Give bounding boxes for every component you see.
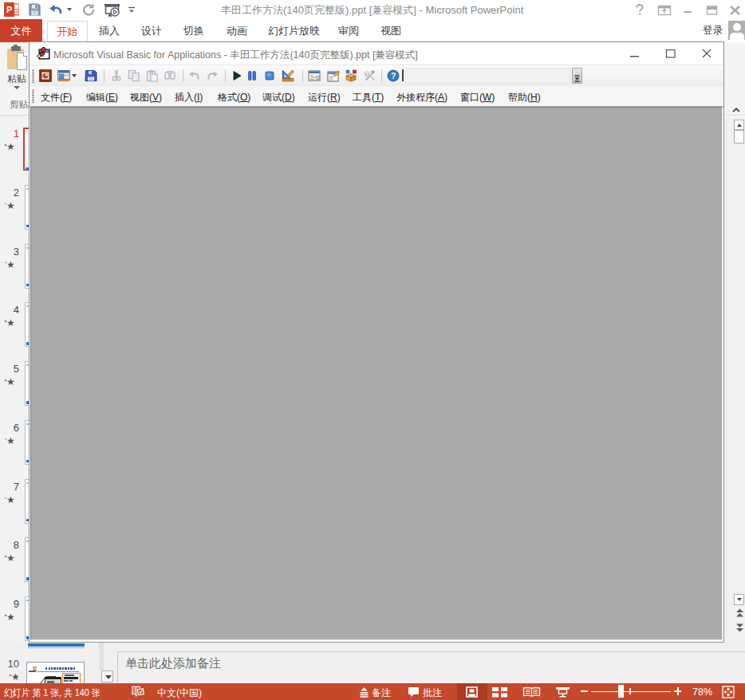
svg-text:?: ? bbox=[391, 71, 396, 81]
